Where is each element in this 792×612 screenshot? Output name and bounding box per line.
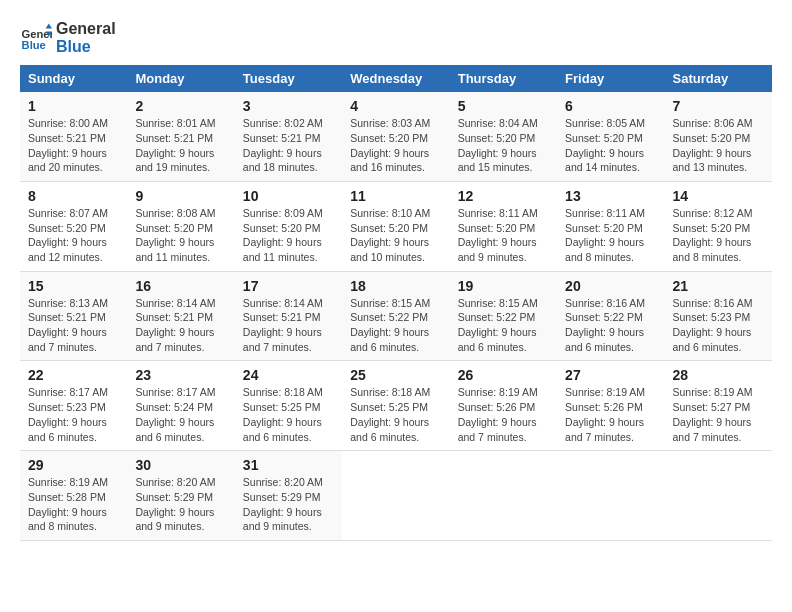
day-info: Sunrise: 8:08 AM Sunset: 5:20 PM Dayligh… xyxy=(135,206,226,265)
svg-marker-2 xyxy=(46,23,52,28)
day-cell: 8 Sunrise: 8:07 AM Sunset: 5:20 PM Dayli… xyxy=(20,181,127,271)
day-cell: 22 Sunrise: 8:17 AM Sunset: 5:23 PM Dayl… xyxy=(20,361,127,451)
day-info: Sunrise: 8:10 AM Sunset: 5:20 PM Dayligh… xyxy=(350,206,441,265)
day-number: 20 xyxy=(565,278,656,294)
day-cell: 4 Sunrise: 8:03 AM Sunset: 5:20 PM Dayli… xyxy=(342,92,449,181)
day-number: 8 xyxy=(28,188,119,204)
day-cell: 13 Sunrise: 8:11 AM Sunset: 5:20 PM Dayl… xyxy=(557,181,664,271)
header-cell-monday: Monday xyxy=(127,65,234,92)
week-row-5: 29 Sunrise: 8:19 AM Sunset: 5:28 PM Dayl… xyxy=(20,451,772,541)
day-cell: 3 Sunrise: 8:02 AM Sunset: 5:21 PM Dayli… xyxy=(235,92,342,181)
day-number: 2 xyxy=(135,98,226,114)
week-row-1: 1 Sunrise: 8:00 AM Sunset: 5:21 PM Dayli… xyxy=(20,92,772,181)
day-cell: 27 Sunrise: 8:19 AM Sunset: 5:26 PM Dayl… xyxy=(557,361,664,451)
calendar-body: 1 Sunrise: 8:00 AM Sunset: 5:21 PM Dayli… xyxy=(20,92,772,540)
day-info: Sunrise: 8:14 AM Sunset: 5:21 PM Dayligh… xyxy=(135,296,226,355)
day-info: Sunrise: 8:19 AM Sunset: 5:28 PM Dayligh… xyxy=(28,475,119,534)
calendar-header: SundayMondayTuesdayWednesdayThursdayFrid… xyxy=(20,65,772,92)
day-info: Sunrise: 8:19 AM Sunset: 5:26 PM Dayligh… xyxy=(458,385,549,444)
day-cell: 6 Sunrise: 8:05 AM Sunset: 5:20 PM Dayli… xyxy=(557,92,664,181)
day-cell: 11 Sunrise: 8:10 AM Sunset: 5:20 PM Dayl… xyxy=(342,181,449,271)
day-cell: 24 Sunrise: 8:18 AM Sunset: 5:25 PM Dayl… xyxy=(235,361,342,451)
day-info: Sunrise: 8:20 AM Sunset: 5:29 PM Dayligh… xyxy=(135,475,226,534)
day-cell: 28 Sunrise: 8:19 AM Sunset: 5:27 PM Dayl… xyxy=(665,361,772,451)
day-number: 11 xyxy=(350,188,441,204)
day-info: Sunrise: 8:00 AM Sunset: 5:21 PM Dayligh… xyxy=(28,116,119,175)
day-info: Sunrise: 8:17 AM Sunset: 5:24 PM Dayligh… xyxy=(135,385,226,444)
page-header: General Blue General Blue xyxy=(20,20,772,55)
day-cell: 30 Sunrise: 8:20 AM Sunset: 5:29 PM Dayl… xyxy=(127,451,234,541)
day-info: Sunrise: 8:05 AM Sunset: 5:20 PM Dayligh… xyxy=(565,116,656,175)
day-number: 25 xyxy=(350,367,441,383)
day-number: 21 xyxy=(673,278,764,294)
day-number: 23 xyxy=(135,367,226,383)
header-cell-saturday: Saturday xyxy=(665,65,772,92)
day-info: Sunrise: 8:07 AM Sunset: 5:20 PM Dayligh… xyxy=(28,206,119,265)
day-info: Sunrise: 8:18 AM Sunset: 5:25 PM Dayligh… xyxy=(350,385,441,444)
day-info: Sunrise: 8:16 AM Sunset: 5:23 PM Dayligh… xyxy=(673,296,764,355)
day-number: 5 xyxy=(458,98,549,114)
day-cell: 7 Sunrise: 8:06 AM Sunset: 5:20 PM Dayli… xyxy=(665,92,772,181)
day-number: 22 xyxy=(28,367,119,383)
header-cell-thursday: Thursday xyxy=(450,65,557,92)
day-number: 17 xyxy=(243,278,334,294)
week-row-4: 22 Sunrise: 8:17 AM Sunset: 5:23 PM Dayl… xyxy=(20,361,772,451)
day-number: 9 xyxy=(135,188,226,204)
day-cell xyxy=(557,451,664,541)
week-row-3: 15 Sunrise: 8:13 AM Sunset: 5:21 PM Dayl… xyxy=(20,271,772,361)
day-cell: 31 Sunrise: 8:20 AM Sunset: 5:29 PM Dayl… xyxy=(235,451,342,541)
logo: General Blue General Blue xyxy=(20,20,116,55)
day-cell: 18 Sunrise: 8:15 AM Sunset: 5:22 PM Dayl… xyxy=(342,271,449,361)
header-row: SundayMondayTuesdayWednesdayThursdayFrid… xyxy=(20,65,772,92)
day-cell: 9 Sunrise: 8:08 AM Sunset: 5:20 PM Dayli… xyxy=(127,181,234,271)
day-cell: 16 Sunrise: 8:14 AM Sunset: 5:21 PM Dayl… xyxy=(127,271,234,361)
day-info: Sunrise: 8:14 AM Sunset: 5:21 PM Dayligh… xyxy=(243,296,334,355)
week-row-2: 8 Sunrise: 8:07 AM Sunset: 5:20 PM Dayli… xyxy=(20,181,772,271)
day-info: Sunrise: 8:06 AM Sunset: 5:20 PM Dayligh… xyxy=(673,116,764,175)
day-number: 6 xyxy=(565,98,656,114)
day-cell: 19 Sunrise: 8:15 AM Sunset: 5:22 PM Dayl… xyxy=(450,271,557,361)
header-cell-tuesday: Tuesday xyxy=(235,65,342,92)
day-number: 13 xyxy=(565,188,656,204)
logo-icon: General Blue xyxy=(20,22,52,54)
day-info: Sunrise: 8:09 AM Sunset: 5:20 PM Dayligh… xyxy=(243,206,334,265)
day-number: 12 xyxy=(458,188,549,204)
day-cell: 12 Sunrise: 8:11 AM Sunset: 5:20 PM Dayl… xyxy=(450,181,557,271)
day-info: Sunrise: 8:15 AM Sunset: 5:22 PM Dayligh… xyxy=(458,296,549,355)
day-info: Sunrise: 8:12 AM Sunset: 5:20 PM Dayligh… xyxy=(673,206,764,265)
day-cell: 29 Sunrise: 8:19 AM Sunset: 5:28 PM Dayl… xyxy=(20,451,127,541)
day-cell: 25 Sunrise: 8:18 AM Sunset: 5:25 PM Dayl… xyxy=(342,361,449,451)
day-info: Sunrise: 8:11 AM Sunset: 5:20 PM Dayligh… xyxy=(565,206,656,265)
day-number: 19 xyxy=(458,278,549,294)
day-cell: 1 Sunrise: 8:00 AM Sunset: 5:21 PM Dayli… xyxy=(20,92,127,181)
day-number: 15 xyxy=(28,278,119,294)
day-cell xyxy=(665,451,772,541)
day-info: Sunrise: 8:03 AM Sunset: 5:20 PM Dayligh… xyxy=(350,116,441,175)
day-number: 1 xyxy=(28,98,119,114)
day-cell: 2 Sunrise: 8:01 AM Sunset: 5:21 PM Dayli… xyxy=(127,92,234,181)
day-number: 7 xyxy=(673,98,764,114)
day-info: Sunrise: 8:16 AM Sunset: 5:22 PM Dayligh… xyxy=(565,296,656,355)
day-info: Sunrise: 8:20 AM Sunset: 5:29 PM Dayligh… xyxy=(243,475,334,534)
day-number: 30 xyxy=(135,457,226,473)
day-cell: 5 Sunrise: 8:04 AM Sunset: 5:20 PM Dayli… xyxy=(450,92,557,181)
day-cell: 21 Sunrise: 8:16 AM Sunset: 5:23 PM Dayl… xyxy=(665,271,772,361)
day-cell: 10 Sunrise: 8:09 AM Sunset: 5:20 PM Dayl… xyxy=(235,181,342,271)
day-cell xyxy=(450,451,557,541)
day-number: 27 xyxy=(565,367,656,383)
header-cell-sunday: Sunday xyxy=(20,65,127,92)
day-number: 4 xyxy=(350,98,441,114)
day-number: 31 xyxy=(243,457,334,473)
day-info: Sunrise: 8:04 AM Sunset: 5:20 PM Dayligh… xyxy=(458,116,549,175)
day-number: 29 xyxy=(28,457,119,473)
day-cell: 26 Sunrise: 8:19 AM Sunset: 5:26 PM Dayl… xyxy=(450,361,557,451)
day-info: Sunrise: 8:01 AM Sunset: 5:21 PM Dayligh… xyxy=(135,116,226,175)
day-number: 26 xyxy=(458,367,549,383)
day-info: Sunrise: 8:18 AM Sunset: 5:25 PM Dayligh… xyxy=(243,385,334,444)
day-cell: 15 Sunrise: 8:13 AM Sunset: 5:21 PM Dayl… xyxy=(20,271,127,361)
day-number: 3 xyxy=(243,98,334,114)
day-cell: 20 Sunrise: 8:16 AM Sunset: 5:22 PM Dayl… xyxy=(557,271,664,361)
day-info: Sunrise: 8:19 AM Sunset: 5:26 PM Dayligh… xyxy=(565,385,656,444)
day-info: Sunrise: 8:15 AM Sunset: 5:22 PM Dayligh… xyxy=(350,296,441,355)
day-info: Sunrise: 8:19 AM Sunset: 5:27 PM Dayligh… xyxy=(673,385,764,444)
